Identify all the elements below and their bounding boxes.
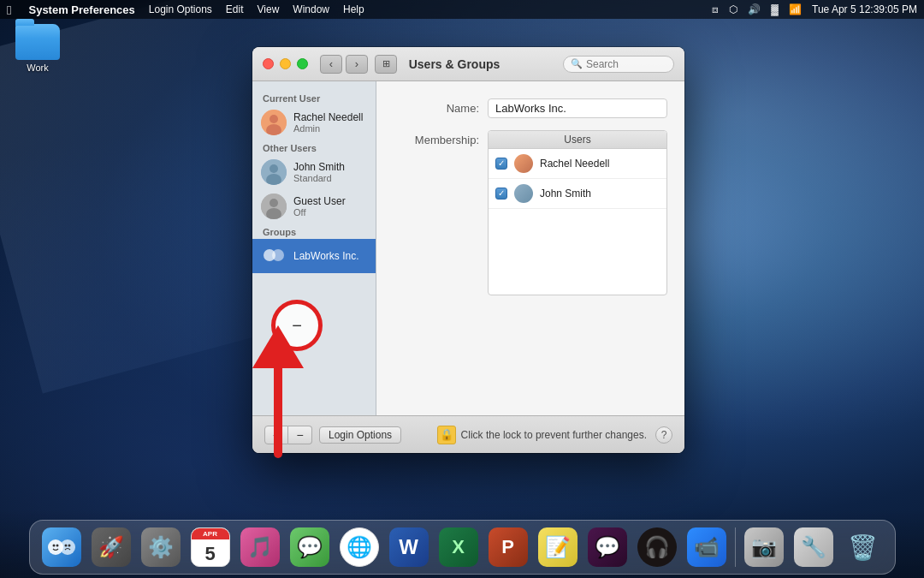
menubar-right: ⧈ ⬡ 🔊 ▓ 📶 Tue Apr 5 12:39:05 PM: [712, 3, 917, 15]
svg-point-17: [56, 545, 58, 547]
user-item-guest[interactable]: Guest User Off: [252, 189, 376, 223]
messages-icon: 💬: [290, 527, 329, 567]
word-icon: W: [389, 527, 429, 567]
titlebar: ‹ › ⊞ Users & Groups 🔍: [252, 47, 684, 81]
rachel-role: Admin: [293, 123, 367, 134]
avatar-john: [261, 159, 287, 185]
dock-spotify[interactable]: 🎧: [634, 524, 680, 570]
dock-messages[interactable]: 💬: [287, 524, 333, 570]
dock-inner: 🚀 ⚙️ APR 5 🎵 💬 🌐 W X: [29, 520, 896, 575]
guest-info: Guest User Off: [293, 195, 367, 217]
dock-itunes[interactable]: 🎵: [237, 524, 283, 570]
avatar-rachel: [261, 110, 287, 135]
dock-chrome[interactable]: 🌐: [336, 524, 382, 570]
john-member-name: John Smith: [540, 188, 591, 200]
john-role: Standard: [293, 173, 367, 183]
dock-notes[interactable]: 📝: [535, 524, 581, 570]
guest-name: Guest User: [293, 195, 367, 207]
user-item-rachel[interactable]: Rachel Needell Admin: [252, 105, 376, 140]
member-rachel[interactable]: ✓ Rachel Needell: [489, 149, 666, 179]
check-mark: ✓: [498, 159, 505, 168]
john-name: John Smith: [293, 161, 367, 173]
img-capture-icon: 📷: [744, 527, 784, 567]
john-avatar-small: [514, 184, 533, 203]
john-checkbox[interactable]: ✓: [495, 188, 507, 200]
dock-launchpad[interactable]: 🚀: [88, 524, 134, 570]
guest-role: Off: [293, 207, 367, 217]
menu-edit[interactable]: Edit: [226, 3, 244, 15]
dock-trash[interactable]: 🗑️: [840, 524, 886, 570]
notes-icon: 📝: [538, 527, 578, 567]
apple-menu[interactable]: : [7, 3, 11, 17]
menubar-left:  System Preferences Login Options Edit …: [7, 3, 364, 17]
dock-calendar[interactable]: APR 5: [187, 524, 234, 570]
lock-text: Click the lock to prevent further change…: [461, 429, 647, 441]
menu-file[interactable]: Login Options: [149, 3, 212, 15]
close-button[interactable]: [263, 58, 274, 69]
login-options-button[interactable]: Login Options: [319, 426, 401, 444]
check-mark-2: ✓: [498, 189, 505, 198]
search-input[interactable]: [586, 58, 666, 70]
zoom-icon: 📹: [687, 527, 726, 567]
folder-icon: [15, 24, 60, 60]
folder-label: Work: [27, 63, 48, 73]
dock-system-prefs[interactable]: ⚙️: [138, 524, 184, 570]
svg-marker-12: [252, 325, 304, 368]
lock-button[interactable]: 🔒: [437, 426, 456, 444]
search-box[interactable]: 🔍: [563, 56, 674, 73]
dock-misc[interactable]: 🔧: [791, 524, 837, 570]
name-field-row: Name: LabWorks Inc.: [394, 98, 667, 118]
dock-excel[interactable]: X: [435, 524, 482, 570]
calendar-icon: APR 5: [191, 527, 230, 567]
svg-point-4: [270, 164, 278, 173]
ppt-icon: P: [489, 527, 528, 567]
menu-help[interactable]: Help: [343, 3, 364, 15]
volume-icon: 🔊: [748, 3, 761, 15]
rachel-avatar-small: [514, 154, 533, 173]
time-display: Tue Apr 5 12:39:05 PM: [812, 3, 917, 15]
dock-slack[interactable]: 💬: [584, 524, 631, 570]
dock-powerpoint[interactable]: P: [485, 524, 531, 570]
dock-zoom[interactable]: 📹: [684, 524, 730, 570]
rachel-info: Rachel Needell Admin: [293, 111, 367, 134]
menu-view[interactable]: View: [258, 3, 280, 15]
john-info: John Smith Standard: [293, 161, 367, 183]
user-item-john[interactable]: John Smith Standard: [252, 155, 376, 189]
sysprefs-icon: ⚙️: [141, 527, 181, 567]
dock-finder[interactable]: [38, 524, 85, 570]
group-icon: [261, 243, 287, 269]
back-button[interactable]: ‹: [320, 55, 342, 74]
window-body: Current User Rachel Needell Admin Other …: [252, 81, 684, 415]
spotify-icon: 🎧: [637, 527, 677, 567]
membership-area: Membership: Users ✓ Rachel Needell: [394, 130, 667, 295]
dock-image-capture[interactable]: 📷: [741, 524, 787, 570]
desktop-folder-work[interactable]: Work: [7, 24, 68, 73]
battery-icon: ▓: [771, 3, 779, 15]
labworks-name: LabWorks Inc.: [293, 250, 367, 262]
dock-word[interactable]: W: [386, 524, 432, 570]
name-value[interactable]: LabWorks Inc.: [488, 98, 667, 118]
member-john[interactable]: ✓ John Smith: [489, 179, 666, 209]
avatar-guest: [261, 194, 287, 219]
rachel-member-name: Rachel Needell: [540, 158, 609, 170]
group-item-labworks[interactable]: LabWorks Inc.: [252, 239, 376, 273]
app-name: System Preferences: [28, 3, 134, 16]
membership-empty-space: [489, 209, 666, 295]
current-user-label: Current User: [252, 90, 376, 105]
labworks-info: LabWorks Inc.: [293, 250, 367, 262]
other-users-label: Other Users: [252, 140, 376, 155]
minimize-button[interactable]: [280, 58, 291, 69]
traffic-lights: [263, 58, 308, 69]
maximize-button[interactable]: [297, 58, 308, 69]
menu-window[interactable]: Window: [293, 3, 329, 15]
dropbox-icon: ⧈: [712, 3, 719, 15]
search-icon: 🔍: [571, 58, 583, 69]
excel-icon: X: [439, 527, 478, 567]
svg-point-16: [52, 545, 55, 547]
main-content: Name: LabWorks Inc. Membership: Users ✓ …: [376, 81, 684, 415]
users-groups-window: ‹ › ⊞ Users & Groups 🔍 Current User: [252, 47, 684, 453]
membership-label: Membership:: [394, 134, 479, 146]
dock: 🚀 ⚙️ APR 5 🎵 💬 🌐 W X: [0, 509, 924, 578]
help-button[interactable]: ?: [655, 426, 672, 444]
rachel-checkbox[interactable]: ✓: [495, 158, 507, 170]
